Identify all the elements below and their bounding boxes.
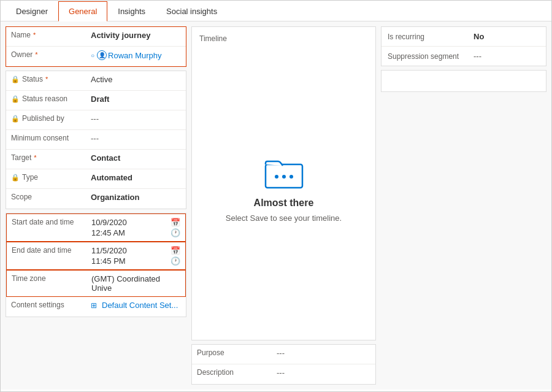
end-date-row: End date and time 11/5/2020 📅 11:45 PM 🕐 [6,242,186,270]
select-save-text: Select Save to see your timeline. [226,213,342,223]
form-section-top: Name * Activity journey Owner * ○ 👤 [6,26,186,67]
timeline-empty-state: Almost there Select Save to see your tim… [199,48,368,332]
status-value: Active [91,75,181,84]
owner-label: Owner * [11,50,91,59]
type-label: 🔒 Type [11,173,91,182]
start-date-calendar-icon[interactable]: 📅 [171,218,180,227]
scope-value: Organization [91,193,181,202]
suppression-value: --- [473,52,540,61]
start-date-label: Start date and time [12,218,91,226]
type-lock-icon: 🔒 [11,174,20,182]
owner-required-marker: * [35,51,37,58]
right-panel: Is recurring No Suppression segment --- [381,26,546,385]
min-consent-row: Minimum consent --- [6,130,186,150]
right-section-top: Is recurring No Suppression segment --- [381,26,546,66]
timeline-label: Timeline [199,34,368,43]
min-consent-label: Minimum consent [11,134,91,142]
description-value: --- [277,368,370,377]
main-content: Name * Activity journey Owner * ○ 👤 [1,21,551,390]
target-value: Contact [91,153,181,163]
owner-name: Rowan Murphy [108,51,161,60]
is-recurring-row: Is recurring No [381,27,546,47]
tab-bar: Designer General Insights Social insight… [1,1,551,21]
time-zone-row: Time zone (GMT) Coordinated Unive [6,270,186,297]
start-date-date[interactable]: 10/9/2020 [91,218,127,227]
purpose-value: --- [277,348,370,358]
tab-social-insights[interactable]: Social insights [156,1,228,21]
is-recurring-value: No [473,32,540,41]
purpose-label: Purpose [197,348,277,357]
status-reason-value: Draft [91,94,181,104]
extra-box [381,70,546,92]
svg-point-3 [289,175,293,179]
content-settings-value[interactable]: ⊞ Default Content Set... [91,301,181,310]
status-row: 🔒 Status * Active [6,71,186,91]
tab-designer[interactable]: Designer [6,1,58,21]
published-by-row: 🔒 Published by --- [6,110,186,130]
folder-icon [264,158,304,190]
description-label: Description [197,368,277,377]
type-row: 🔒 Type Automated [6,169,186,189]
target-row: Target * Contact [6,150,186,169]
name-label: Name * [11,31,91,39]
min-consent-value: --- [91,134,181,143]
published-by-lock-icon: 🔒 [11,115,20,123]
end-date-value: 11/5/2020 📅 11:45 PM 🕐 [91,246,180,266]
content-settings-icon: ⊞ [91,301,97,310]
status-reason-lock-icon: 🔒 [11,95,20,103]
end-date-date[interactable]: 11/5/2020 [91,246,127,255]
start-date-time[interactable]: 12:45 AM [91,228,125,237]
status-label: 🔒 Status * [11,75,91,83]
end-date-clock-icon[interactable]: 🕐 [171,256,180,266]
status-required-marker: * [45,75,48,83]
purpose-section: Purpose --- Description --- [191,344,376,385]
content-settings-row: Content settings ⊞ Default Content Set..… [6,297,186,317]
purpose-row: Purpose --- [192,345,375,364]
time-zone-value[interactable]: (GMT) Coordinated Unive [91,274,180,293]
status-circle-icon: ○ [91,52,94,59]
published-by-value: --- [91,114,181,123]
tab-insights[interactable]: Insights [107,1,156,21]
form-section-middle: 🔒 Status * Active 🔒 Status reason Draft [6,71,186,209]
scope-row: Scope Organization [6,189,186,209]
time-zone-label: Time zone [12,274,91,283]
status-reason-label: 🔒 Status reason [11,94,91,103]
start-date-value: 10/9/2020 📅 12:45 AM 🕐 [91,218,180,237]
tab-general[interactable]: General [58,1,107,21]
owner-person-icon: 👤 [97,50,107,60]
status-lock-icon: 🔒 [11,75,20,83]
middle-panel: Timeline Almost there Select Save to see… [191,26,376,385]
published-by-label: 🔒 Published by [11,114,91,123]
left-panel: Name * Activity journey Owner * ○ 👤 [6,26,186,385]
name-required-marker: * [33,31,36,39]
start-date-clock-icon[interactable]: 🕐 [171,228,180,237]
start-date-row: Start date and time 10/9/2020 📅 12:45 AM… [6,213,186,242]
is-recurring-label: Is recurring [388,33,473,41]
almost-there-text: Almost there [254,198,314,209]
name-value[interactable]: Activity journey [91,31,181,40]
timeline-section: Timeline Almost there Select Save to see… [191,26,376,340]
target-label: Target * [11,153,91,162]
app-container: Designer General Insights Social insight… [0,0,552,392]
end-date-calendar-icon[interactable]: 📅 [171,246,180,255]
suppression-row: Suppression segment --- [381,47,546,66]
description-row: Description --- [192,364,375,384]
name-row: Name * Activity journey [6,27,186,47]
end-date-label: End date and time [12,246,91,255]
content-settings-label: Content settings [11,301,91,309]
svg-point-1 [275,175,278,179]
status-reason-row: 🔒 Status reason Draft [6,91,186,110]
form-section-dates: Start date and time 10/9/2020 📅 12:45 AM… [6,213,186,317]
owner-row: Owner * ○ 👤 Rowan Murphy [6,47,186,66]
target-required-marker: * [34,154,36,161]
owner-value[interactable]: ○ 👤 Rowan Murphy [91,50,181,60]
svg-point-2 [282,175,286,179]
end-date-time[interactable]: 11:45 PM [91,256,126,266]
type-value: Automated [91,173,181,182]
suppression-label: Suppression segment [388,52,473,61]
scope-label: Scope [11,193,91,201]
